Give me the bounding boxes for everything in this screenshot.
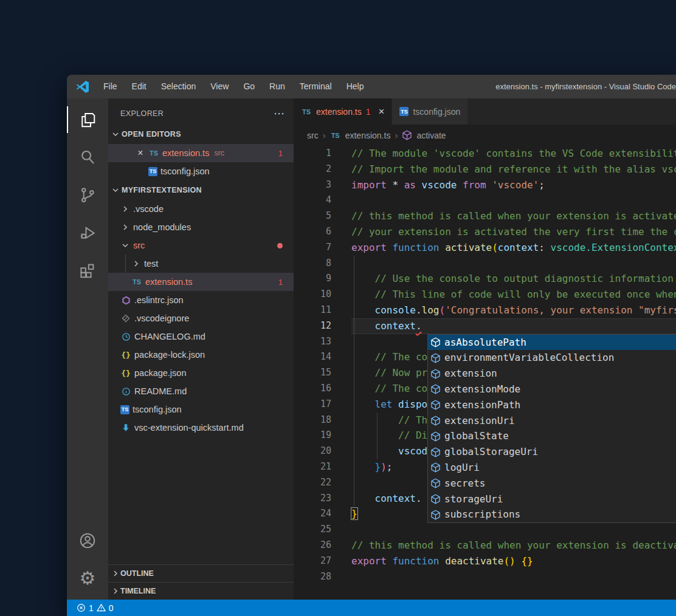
line-number[interactable]: 4	[294, 193, 331, 208]
line-number[interactable]: 10	[294, 287, 331, 303]
tab-tsconfig-json[interactable]: TS tsconfig.json	[391, 98, 467, 125]
open-editor-extension.ts[interactable]: ×TSextension.tssrc1	[108, 144, 294, 162]
line-number[interactable]: 11	[294, 303, 331, 318]
line-number[interactable]: 5	[294, 208, 331, 224]
line-number[interactable]: 19	[294, 428, 331, 443]
suggest-item-secrets[interactable]: secrets	[428, 476, 676, 491]
line-number[interactable]: 26	[294, 538, 331, 553]
menu-selection[interactable]: Selection	[154, 75, 204, 98]
suggest-item-subscriptions[interactable]: subscriptions	[428, 507, 676, 522]
tree-item-.vscode[interactable]: .vscode	[108, 200, 294, 218]
code-line-25[interactable]	[351, 522, 676, 538]
code-line-6[interactable]: // your extension is activated the very …	[351, 224, 676, 240]
line-number[interactable]: 13	[294, 334, 331, 350]
explorer-icon[interactable]	[67, 103, 108, 136]
open-editor-tsconfig.json[interactable]: TStsconfig.json	[108, 162, 294, 180]
tab-extension-ts[interactable]: TS extension.ts 1 ×	[294, 98, 391, 125]
tree-item-vsc-extension-quickstart.md[interactable]: vsc-extension-quickstart.md	[108, 419, 294, 437]
search-icon[interactable]	[67, 141, 108, 174]
code-line-3[interactable]: import * as vscode from 'vscode';	[351, 177, 676, 193]
tree-item-.eslintrc.json[interactable]: .eslintrc.json	[108, 291, 294, 309]
code-line-7[interactable]: export function activate(context: vscode…	[351, 240, 676, 256]
menu-view[interactable]: View	[203, 75, 236, 98]
suggest-item-extensionPath[interactable]: extensionPath	[428, 397, 676, 413]
accounts-icon[interactable]	[67, 524, 108, 557]
tree-item-src[interactable]: src	[108, 236, 294, 255]
line-number[interactable]: 8	[294, 256, 331, 272]
tree-item-package-lock.json[interactable]: {}package-lock.json	[108, 346, 294, 364]
line-number[interactable]: 27	[294, 553, 331, 569]
line-number[interactable]: 18	[294, 412, 331, 428]
code-line-28[interactable]	[351, 569, 676, 585]
extensions-icon[interactable]	[67, 254, 108, 287]
suggest-item-asAbsolutePath[interactable]: asAbsolutePath	[428, 335, 676, 351]
line-number[interactable]: 12	[294, 318, 331, 334]
code-line-12[interactable]: context.	[351, 318, 676, 334]
tree-item-node_modules[interactable]: node_modules	[108, 218, 294, 236]
line-number[interactable]: 21	[294, 459, 331, 475]
code-line-26[interactable]: // this method is called when your exten…	[351, 538, 676, 553]
menu-file[interactable]: File	[96, 75, 125, 98]
open-editors-header[interactable]: OPEN EDITORS	[108, 125, 294, 144]
suggest-item-environmentVariableCollection[interactable]: environmentVariableCollection	[428, 350, 676, 366]
menu-edit[interactable]: Edit	[125, 75, 154, 98]
tree-item-CHANGELOG.md[interactable]: CHANGELOG.md	[108, 327, 294, 346]
suggest-item-storageUri[interactable]: storageUri	[428, 491, 676, 507]
problems-indicator[interactable]: 1 0	[74, 603, 116, 613]
line-number[interactable]: 25	[294, 522, 331, 538]
line-number[interactable]: 28	[294, 569, 331, 585]
line-number[interactable]: 7	[294, 240, 331, 256]
code-line-8[interactable]	[351, 256, 676, 272]
breadcrumb-src[interactable]: src	[307, 131, 319, 140]
timeline-section-header[interactable]: TIMELINE	[108, 582, 294, 600]
line-number[interactable]: 2	[294, 162, 331, 177]
tree-item-tsconfig.json[interactable]: TStsconfig.json	[108, 400, 294, 419]
suggest-item-globalState[interactable]: globalState	[428, 428, 676, 444]
code-line-2[interactable]: // Import the module and reference it wi…	[351, 162, 676, 177]
outline-section-header[interactable]: OUTLINE	[108, 564, 294, 582]
code-line-11[interactable]: console.log('Congratulations, your exten…	[351, 303, 676, 318]
suggest-item-extensionMode[interactable]: extensionMode	[428, 382, 676, 397]
line-number[interactable]: 3	[294, 177, 331, 193]
line-number[interactable]: 16	[294, 381, 331, 397]
close-tab-icon[interactable]: ×	[379, 106, 385, 118]
suggest-item-logUri[interactable]: logUri	[428, 460, 676, 476]
line-number[interactable]: 23	[294, 491, 331, 507]
menu-help[interactable]: Help	[339, 75, 371, 98]
settings-gear-icon[interactable]: ⚙	[67, 562, 108, 595]
suggest-item-extension[interactable]: extension	[428, 366, 676, 382]
line-number[interactable]: 9	[294, 271, 331, 287]
tree-item-extension.ts[interactable]: TSextension.ts1	[108, 273, 294, 291]
breadcrumb-file[interactable]: extension.ts	[345, 131, 391, 140]
menu-terminal[interactable]: Terminal	[292, 75, 339, 98]
line-number[interactable]: 14	[294, 349, 331, 365]
source-control-icon[interactable]	[67, 179, 108, 211]
code-line-10[interactable]: // This line of code will only be execut…	[351, 287, 676, 303]
line-number[interactable]: 15	[294, 365, 331, 381]
tree-item-.vscodeignore[interactable]: .vscodeignore	[108, 309, 294, 327]
code-editor[interactable]: 1234567891011121314151617181920212223242…	[294, 146, 676, 600]
code-line-4[interactable]	[351, 193, 676, 208]
code-line-5[interactable]: // this method is called when your exten…	[351, 208, 676, 224]
suggest-item-globalStorageUri[interactable]: globalStorageUri	[428, 444, 676, 460]
explorer-more-actions-icon[interactable]: ⋯	[274, 107, 285, 120]
line-number[interactable]: 1	[294, 146, 331, 162]
menu-go[interactable]: Go	[236, 75, 262, 98]
line-number[interactable]: 22	[294, 475, 331, 491]
tree-item-test[interactable]: test	[108, 255, 294, 273]
line-number[interactable]: 6	[294, 224, 331, 240]
code-line-1[interactable]: // The module 'vscode' contains the VS C…	[351, 146, 676, 162]
code-line-9[interactable]: // Use the console to output diagnostic …	[351, 271, 676, 287]
menu-run[interactable]: Run	[262, 75, 292, 98]
code-line-27[interactable]: export function deactivate() {}	[351, 553, 676, 569]
close-editor-icon[interactable]: ×	[135, 148, 146, 159]
tree-item-package.json[interactable]: {}package.json	[108, 364, 294, 382]
line-number[interactable]: 20	[294, 443, 331, 459]
suggest-item-extensionUri[interactable]: extensionUri	[428, 413, 676, 429]
project-root-header[interactable]: MYFIRSTEXTENSION	[108, 180, 294, 200]
breadcrumb-symbol[interactable]: activate	[416, 131, 446, 140]
tree-item-README.md[interactable]: README.md	[108, 382, 294, 400]
run-and-debug-icon[interactable]	[67, 216, 108, 249]
line-number[interactable]: 24	[294, 506, 331, 522]
line-number[interactable]: 17	[294, 397, 331, 412]
